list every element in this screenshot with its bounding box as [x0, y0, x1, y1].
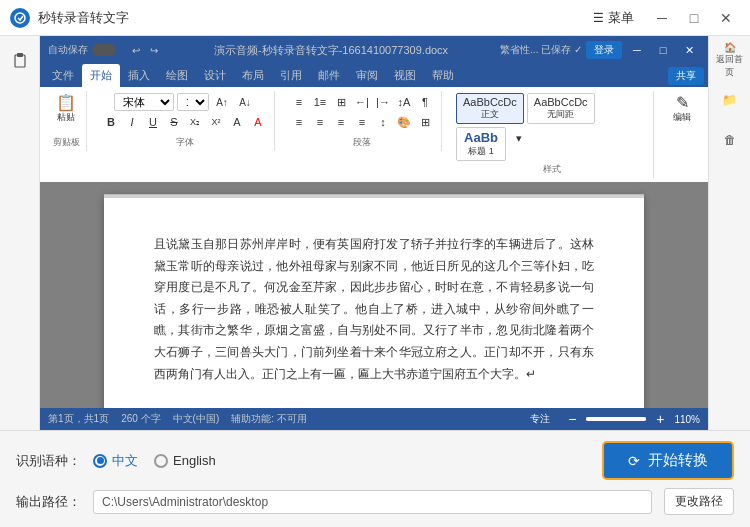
home-button[interactable]: 🏠 返回首页 [714, 44, 746, 76]
trash-icon: 🗑 [724, 133, 736, 147]
superscript-button[interactable]: X² [206, 113, 226, 131]
folder-button[interactable]: 📁 [714, 84, 746, 116]
accessibility-status: 辅助功能: 不可用 [231, 412, 307, 426]
english-option[interactable]: English [154, 453, 216, 468]
ribbon-content: 📋 粘贴 剪贴板 宋体 [40, 87, 708, 182]
close-button[interactable]: ✕ [712, 4, 740, 32]
italic-button[interactable]: I [122, 113, 142, 131]
font-label: 字体 [176, 136, 194, 149]
highlight-button[interactable]: A [227, 113, 247, 131]
editing-button[interactable]: ✎ 编辑 [668, 93, 696, 126]
document-scroll-area[interactable]: 且说黛玉自那日苏州岸岸时，便有英国府打发了轿子并拉行李的车辆进后了。这林黛玉常听… [40, 182, 708, 408]
undo-button[interactable]: ↩ [128, 42, 144, 58]
main-content: 自动保存 ↩ ↪ 演示音频-秒转录音转文字-1661410077309.docx… [0, 36, 750, 430]
line-spacing-button[interactable]: ↕ [373, 113, 393, 131]
font-selector[interactable]: 宋体 [114, 93, 174, 111]
indent-decrease-button[interactable]: ←| [352, 93, 372, 111]
word-count: 260 个字 [121, 412, 160, 426]
font-color-button[interactable]: A [248, 113, 268, 131]
shading-button[interactable]: 🎨 [394, 113, 414, 131]
document-page: 且说黛玉自那日苏州岸岸时，便有英国府打发了轿子并拉行李的车辆进后了。这林黛玉常听… [104, 194, 644, 408]
ribbon-tab-insert[interactable]: 插入 [120, 64, 158, 87]
align-justify-button[interactable]: ≡ [352, 113, 372, 131]
autosave-toggle[interactable] [92, 44, 116, 56]
output-path[interactable]: C:\Users\Administrator\desktop [93, 490, 652, 514]
title-bar-controls: ☰ 菜单 ─ □ ✕ [583, 4, 740, 32]
autosave-label: 自动保存 [48, 43, 88, 57]
ribbon-tab-design[interactable]: 设计 [196, 64, 234, 87]
redo-button[interactable]: ↪ [146, 42, 162, 58]
app-icon [10, 8, 30, 28]
zoom-in-button[interactable]: + [650, 410, 670, 428]
ribbon-tab-file[interactable]: 文件 [44, 64, 82, 87]
change-path-button[interactable]: 更改路径 [664, 488, 734, 515]
ribbon-tab-view[interactable]: 视图 [386, 64, 424, 87]
chinese-option[interactable]: 中文 [93, 452, 138, 470]
zoom-slider[interactable] [586, 417, 646, 421]
style-normal-button[interactable]: AaBbCcDc 正文 [456, 93, 524, 124]
word-status-bar: 第1页，共1页 260 个字 中文(中国) 辅助功能: 不可用 专注 − + 1… [40, 408, 708, 430]
trash-button[interactable]: 🗑 [714, 124, 746, 156]
focus-button[interactable]: 专注 [530, 412, 550, 426]
align-left-button[interactable]: ≡ [289, 113, 309, 131]
font-shrink-button[interactable]: A↓ [235, 93, 255, 111]
app-title: 秒转录音转文字 [38, 9, 583, 27]
border-button[interactable]: ⊞ [415, 113, 435, 131]
word-filename: 演示音频-秒转录音转文字-1661410077309.docx [166, 43, 496, 58]
lang-label: 识别语种： [16, 452, 81, 470]
home-icon: 🏠 [724, 42, 736, 53]
sort-button[interactable]: ↕A [394, 93, 414, 111]
register-button[interactable]: 登录 [586, 41, 622, 59]
menu-button[interactable]: ☰ 菜单 [583, 5, 644, 31]
bold-button[interactable]: B [101, 113, 121, 131]
align-right-button[interactable]: ≡ [331, 113, 351, 131]
start-button[interactable]: ⟳ 开始转换 [602, 441, 734, 480]
zoom-out-button[interactable]: − [562, 410, 582, 428]
english-radio-circle [154, 454, 168, 468]
style-heading-button[interactable]: AaBb 标题 1 [456, 127, 506, 161]
pilcrow-button[interactable]: ¶ [415, 93, 435, 111]
font-group: 宋体 12 A↑ A↓ B I U [95, 91, 275, 151]
bottom-panel: 识别语种： 中文 English ⟳ 开始转换 输出 [0, 430, 750, 527]
paste-icon: 📋 [56, 95, 76, 111]
ribbon-tab-help[interactable]: 帮助 [424, 64, 462, 87]
page-count: 第1页，共1页 [48, 412, 109, 426]
word-minimize-button[interactable]: ─ [626, 41, 648, 59]
indent-increase-button[interactable]: |→ [373, 93, 393, 111]
paste-button[interactable]: 📋 粘贴 [52, 93, 80, 126]
list-multi-button[interactable]: ⊞ [331, 93, 351, 111]
style-none-label: 无间距 [547, 108, 574, 121]
ribbon-tab-mail[interactable]: 邮件 [310, 64, 348, 87]
ribbon-tab-review[interactable]: 审阅 [348, 64, 386, 87]
maximize-button[interactable]: □ [680, 4, 708, 32]
subscript-button[interactable]: X₂ [185, 113, 205, 131]
ribbon-tab-home[interactable]: 开始 [82, 64, 120, 87]
style-none-button[interactable]: AaBbCcDc 无间距 [527, 93, 595, 124]
left-sidebar [0, 36, 40, 430]
strikethrough-button[interactable]: S [164, 113, 184, 131]
ribbon-tab-draw[interactable]: 绘图 [158, 64, 196, 87]
font-grow-button[interactable]: A↑ [212, 93, 232, 111]
sidebar-paste-icon[interactable] [4, 44, 36, 76]
align-center-button[interactable]: ≡ [310, 113, 330, 131]
paragraph-group: ≡ 1≡ ⊞ ←| |→ ↕A ¶ ≡ ≡ ≡ [283, 91, 442, 151]
underline-button[interactable]: U [143, 113, 163, 131]
chinese-radio-circle [93, 454, 107, 468]
font-size-selector[interactable]: 12 [177, 93, 209, 111]
styles-label: 样式 [543, 163, 561, 176]
list-bullet-button[interactable]: ≡ [289, 93, 309, 111]
english-label: English [173, 453, 216, 468]
word-area: 自动保存 ↩ ↪ 演示音频-秒转录音转文字-1661410077309.docx… [40, 36, 708, 430]
minimize-button[interactable]: ─ [648, 4, 676, 32]
word-maximize-button[interactable]: □ [652, 41, 674, 59]
ribbon-tab-layout[interactable]: 布局 [234, 64, 272, 87]
svg-rect-2 [17, 53, 23, 57]
style-heading-label: 标题 1 [468, 145, 494, 158]
styles-more-button[interactable]: ▾ [509, 129, 529, 147]
language-status: 中文(中国) [173, 412, 220, 426]
share-button[interactable]: 共享 [668, 67, 704, 85]
svg-point-0 [15, 13, 25, 23]
word-close-button[interactable]: ✕ [678, 41, 700, 59]
ribbon-tab-ref[interactable]: 引用 [272, 64, 310, 87]
list-number-button[interactable]: 1≡ [310, 93, 330, 111]
